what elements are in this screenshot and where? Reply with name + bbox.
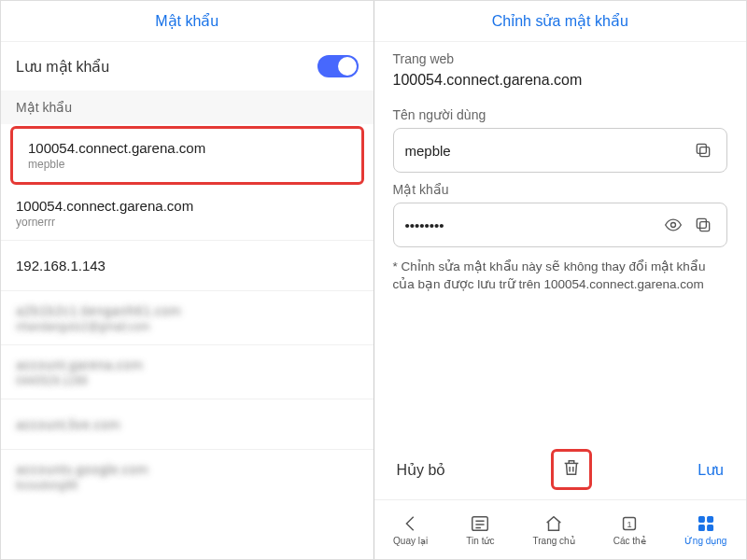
username-field-group: Tên người dùng [374,98,747,173]
copy-username-button[interactable] [691,138,715,162]
password-item-user: bcoudong96 [16,479,359,492]
nav-label: Trang chủ [533,536,575,546]
username-input[interactable] [405,143,686,159]
save-passwords-toggle[interactable] [317,55,359,77]
password-item[interactable]: accounts.google.com bcoudong96 [1,450,374,503]
svg-rect-10 [698,525,704,531]
copy-icon [694,141,712,160]
password-item[interactable]: account.garena.com 0440529.1288 [1,345,374,399]
username-label: Tên người dùng [393,107,728,122]
passwords-list-screen: Mật khẩu Lưu mật khẩu Mật khẩu 100054.co… [1,1,374,559]
nav-tabs[interactable]: 1 Các thẻ [613,513,646,546]
save-passwords-label: Lưu mật khẩu [16,58,109,76]
password-item-site: 192.168.1.143 [16,258,359,273]
cancel-button[interactable]: Hủy bỏ [397,461,446,479]
page-title-right: Chỉnh sửa mật khẩu [374,1,747,42]
edit-password-note: * Chỉnh sửa mật khẩu này sẽ không thay đ… [374,247,747,305]
svg-text:1: 1 [627,520,632,529]
highlight-box: 100054.connect.garena.com mepble [10,126,364,185]
svg-rect-3 [700,222,710,231]
password-item[interactable]: account.live.com [1,399,374,450]
eye-icon [664,216,683,234]
toggle-knob [338,57,357,76]
website-field-group: Trang web 100054.connect.garena.com [374,42,747,98]
trash-icon [561,457,582,478]
edit-password-screen: Chỉnh sửa mật khẩu Trang web 100054.conn… [374,1,747,559]
password-item[interactable]: a2b1b2c1.tienganh61.com nhandanguto2@gma… [1,291,374,345]
svg-rect-8 [698,517,704,523]
password-item-site: accounts.google.com [16,461,359,477]
password-item-user: 0440529.1288 [16,374,359,387]
nav-label: Ứng dụng [684,536,727,546]
tabs-icon: 1 [619,513,640,534]
svg-point-2 [671,223,676,228]
passwords-section-label: Mật khẩu [1,91,374,124]
nav-home[interactable]: Trang chủ [533,513,575,546]
copy-icon [694,216,712,234]
nav-news[interactable]: Tin tức [466,513,494,546]
copy-password-button[interactable] [691,213,715,237]
show-password-button[interactable] [661,213,685,237]
password-label: Mật khẩu [393,182,728,197]
password-item-user: yornerrr [16,216,359,229]
password-item-site: 100054.connect.garena.com [16,198,359,214]
home-icon [543,513,564,534]
save-passwords-row: Lưu mật khẩu [1,42,374,91]
nav-label: Tin tức [466,536,494,546]
password-item-site: a2b1b2c1.tienganh61.com [16,302,359,318]
password-item-user: nhandanguto2@gmail.com [16,320,359,333]
website-value: 100054.connect.garena.com [393,72,728,89]
save-button[interactable]: Lưu [698,461,724,479]
password-item-site: account.garena.com [16,357,359,372]
svg-rect-11 [707,525,712,531]
password-item[interactable]: 100054.connect.garena.com mepble [13,129,361,182]
action-bar: Hủy bỏ Lưu [374,449,747,490]
password-field-group: Mật khẩu [374,173,747,247]
bottom-nav: Quay lại Tin tức Trang chủ 1 Các thẻ Ứng… [374,499,747,559]
page-title-left: Mật khẩu [1,1,374,42]
chevron-left-icon [401,513,421,534]
svg-rect-4 [697,218,706,228]
password-item-site: 100054.connect.garena.com [28,140,346,156]
website-label: Trang web [393,51,728,66]
password-item-site: account.live.com [16,416,359,432]
nav-apps[interactable]: Ứng dụng [684,513,727,546]
svg-rect-0 [700,147,710,157]
username-input-wrap [393,128,728,173]
news-icon [470,513,490,534]
password-input[interactable] [405,217,656,233]
svg-rect-1 [697,144,706,153]
nav-label: Quay lại [393,536,428,546]
password-input-wrap [393,203,728,247]
delete-button[interactable] [551,449,592,490]
apps-icon [696,513,716,534]
nav-label: Các thẻ [613,536,646,546]
svg-rect-9 [707,517,712,523]
password-item[interactable]: 192.168.1.143 [1,241,374,291]
password-item[interactable]: 100054.connect.garena.com yornerrr [1,187,374,241]
password-item-user: mepble [28,158,346,171]
nav-back[interactable]: Quay lại [393,513,428,546]
